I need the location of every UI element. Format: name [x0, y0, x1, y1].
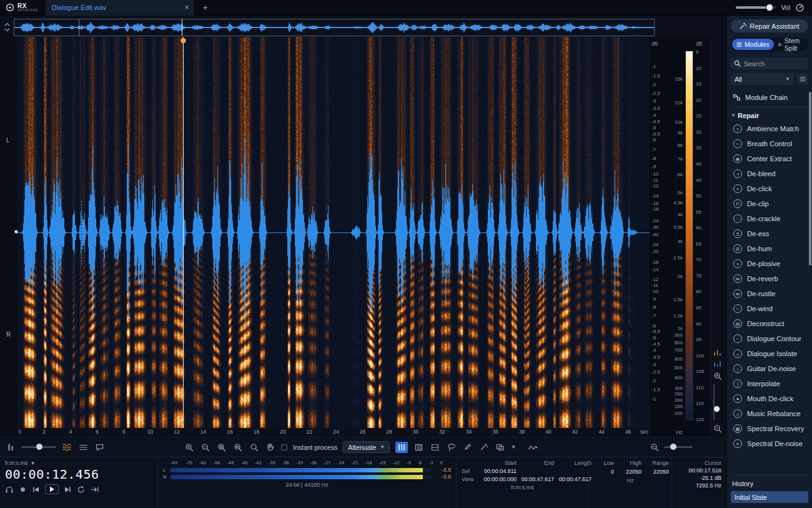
module-item-deconstruct[interactable]: ▤Deconstruct	[731, 316, 808, 331]
colorbar-gradient[interactable]	[685, 51, 693, 421]
module-item-de-ess[interactable]: SDe-ess	[731, 226, 808, 241]
go-to-start-button[interactable]	[32, 486, 40, 494]
play-button[interactable]	[45, 484, 59, 494]
frequency-zoom-icon[interactable]	[713, 361, 721, 367]
time-frequency-selection-tool[interactable]	[395, 442, 408, 453]
monitor-level-slider[interactable]	[21, 446, 56, 448]
monitor-knob-icon[interactable]	[795, 3, 805, 12]
vertical-zoom-slider-knob[interactable]	[713, 406, 720, 412]
brush-selection-tool[interactable]	[462, 442, 473, 453]
monitor-level-knob[interactable]	[36, 444, 42, 450]
module-item-guitar-de-noise[interactable]: ♪Guitar De-noise	[731, 361, 808, 376]
module-item-de-bleed[interactable]: ◑De-bleed	[731, 166, 808, 181]
time-tick: 4	[69, 429, 72, 435]
waveform-center-handle[interactable]: ◆	[14, 229, 18, 234]
overview-zoom-down-icon[interactable]	[4, 28, 10, 32]
rx-logo-icon	[6, 3, 14, 12]
module-item-dialogue-isolate[interactable]: ◒Dialogue Isolate	[731, 346, 808, 361]
zoom-in-time-button[interactable]	[184, 442, 194, 453]
tab-modules[interactable]: Modules	[732, 39, 774, 50]
module-item-music-rebalance[interactable]: ♫Music Rebalance	[731, 406, 808, 421]
zoom-out-vertical-button[interactable]	[713, 424, 722, 433]
time-format-select[interactable]: h:m:s.ms▼	[5, 460, 152, 466]
module-item-de-rustle[interactable]: ≪De-rustle	[731, 286, 808, 301]
module-item-de-reverb[interactable]: ≫De-reverb	[731, 271, 808, 286]
channel-label-left: L	[6, 137, 10, 144]
amplitude-tick: -16	[651, 200, 659, 206]
vertical-zoom-slider[interactable]	[713, 384, 715, 421]
volume-slider-knob[interactable]	[766, 4, 773, 11]
meter-scale-tick: -18	[365, 460, 372, 466]
time-selection-tool[interactable]	[413, 442, 424, 453]
monitor-headphones-button[interactable]	[5, 486, 14, 494]
time-ruler[interactable]: sec 024681012141618202224262830323436384…	[17, 428, 650, 437]
module-search[interactable]	[731, 57, 808, 69]
module-label: De-reverb	[747, 275, 778, 282]
module-item-spectral-de-noise[interactable]: ≡Spectral De-noise	[731, 436, 808, 451]
meter-scale-tick: 0	[440, 460, 443, 466]
magic-wand-tool[interactable]	[478, 442, 489, 453]
instant-process-checkbox[interactable]	[281, 444, 287, 451]
new-tab-button[interactable]: +	[194, 2, 215, 12]
find-similar-tool[interactable]	[495, 442, 505, 453]
colorbar-tick: 120	[696, 417, 704, 422]
module-item-de-wind[interactable]: ∽De-wind	[731, 301, 808, 316]
frequency-selection-tool[interactable]	[430, 442, 440, 453]
module-item-center-extract[interactable]: ◉Center Extract	[731, 151, 808, 166]
module-item-de-plosive[interactable]: ◖De-plosive	[731, 256, 808, 271]
overview-waveform[interactable]	[14, 19, 655, 36]
module-list-scrollbar[interactable]	[809, 92, 811, 266]
repair-assistant-button[interactable]: Repair Assistant	[731, 19, 808, 32]
zoom-out-time-button[interactable]	[200, 442, 210, 453]
module-item-dialogue-contour[interactable]: ~Dialogue Contour	[731, 331, 808, 346]
module-item-breath-control[interactable]: ∼Breath Control	[731, 136, 808, 151]
lasso-selection-tool[interactable]	[446, 442, 457, 453]
process-mode-select[interactable]: Attenuate▼	[343, 441, 390, 453]
overview-zoom-up-icon[interactable]	[4, 22, 10, 26]
de-bleed-icon: ◑	[733, 169, 742, 178]
window-layout-icon[interactable]	[78, 442, 89, 453]
module-item-de-click[interactable]: ×De-click	[731, 181, 808, 196]
section-header-repair[interactable]: ▾ Repair	[731, 109, 808, 121]
category-filter-select[interactable]: All ▼	[731, 73, 794, 85]
module-item-de-crackle[interactable]: ∴De-crackle	[731, 211, 808, 226]
grab-hand-tool[interactable]	[265, 442, 275, 453]
history-item-initial-state[interactable]: Initial State	[731, 491, 808, 503]
tab-close-icon[interactable]: ×	[184, 3, 189, 12]
spectrogram-settings-icon[interactable]	[62, 442, 72, 453]
loop-playback-button[interactable]	[77, 486, 86, 494]
record-button[interactable]	[19, 486, 27, 494]
tab-stem-split[interactable]: Stem Split	[774, 39, 807, 50]
file-tab[interactable]: Dialogue Edit.wav ×	[46, 0, 194, 16]
module-chain-item[interactable]: Module Chain	[731, 91, 808, 104]
zoom-to-selection-button[interactable]	[216, 442, 227, 453]
zoom-fit-button[interactable]	[232, 442, 243, 453]
horizontal-zoom-out-button[interactable]	[649, 442, 660, 453]
module-item-ambience-match[interactable]: ≈Ambience Match	[731, 121, 808, 136]
search-input[interactable]	[744, 60, 800, 67]
adaptive-zoom-icon[interactable]	[713, 349, 721, 356]
module-list-menu-button[interactable]	[796, 73, 808, 85]
spectrogram-canvas[interactable]	[17, 37, 650, 428]
module-item-interpolate[interactable]: ∫Interpolate	[731, 376, 808, 391]
follow-playhead-button[interactable]	[91, 486, 99, 494]
module-item-mouth-de-click[interactable]: ●Mouth De-click	[731, 391, 808, 406]
comments-icon[interactable]	[94, 442, 105, 453]
horizontal-zoom-slider[interactable]	[664, 446, 693, 448]
module-item-de-clip[interactable]: ΠDe-clip	[731, 196, 808, 211]
zoom-in-vertical-button[interactable]	[713, 372, 722, 381]
deconstruct-icon: ▤	[733, 319, 742, 328]
magnify-tool[interactable]	[249, 442, 259, 453]
tool-dropdown-chevron-icon[interactable]: ▼	[511, 444, 516, 450]
chevron-down-icon: ▾	[732, 112, 735, 118]
time-tick: 20	[280, 429, 285, 435]
go-to-end-button[interactable]	[64, 486, 72, 494]
colorbar-tick: 95	[696, 337, 701, 342]
draw-curve-tool[interactable]	[528, 442, 538, 453]
meter-options-icon[interactable]	[5, 442, 16, 453]
module-item-spectral-recovery[interactable]: ▦Spectral Recovery	[731, 421, 808, 436]
volume-slider[interactable]	[736, 6, 776, 9]
amplitude-frequency-axis: dB Hz -1-1.5-2-2.5-3-3.5-4-4.5-5-5.5-6-7…	[650, 37, 685, 437]
module-item-de-hum[interactable]: ØDe-hum	[731, 241, 808, 256]
horizontal-zoom-knob[interactable]	[670, 444, 676, 450]
